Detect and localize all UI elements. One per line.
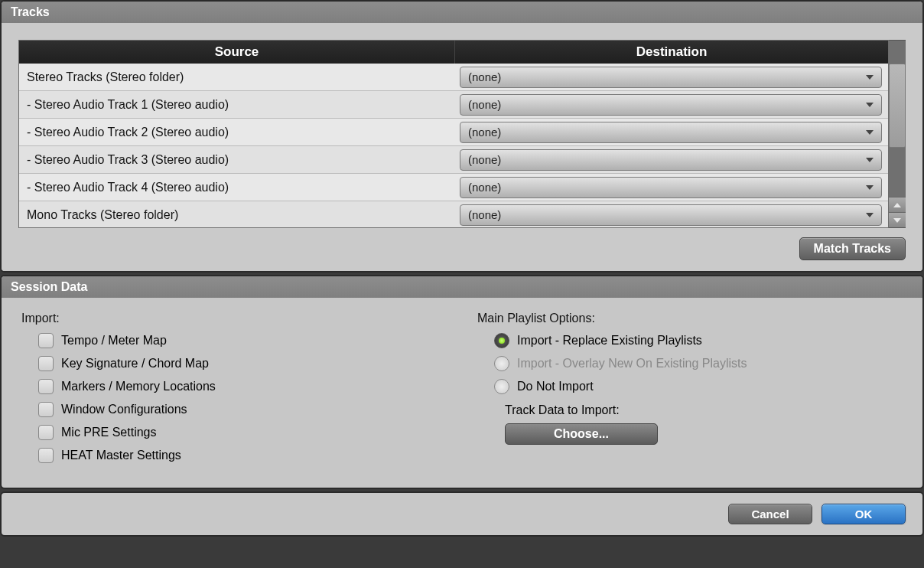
match-tracks-button[interactable]: Match Tracks — [799, 237, 906, 260]
track-source-label: Stereo Tracks (Stereo folder) — [19, 70, 455, 84]
chevron-down-icon — [866, 213, 874, 217]
table-row[interactable]: - Stereo Audio Track 1 (Stereo audio) (n… — [19, 91, 888, 119]
destination-value: (none) — [468, 153, 501, 166]
track-source-label: Mono Tracks (Stereo folder) — [19, 208, 455, 222]
track-destination-cell: (none) — [455, 122, 888, 143]
radio-button[interactable] — [494, 379, 509, 394]
destination-dropdown[interactable]: (none) — [460, 122, 882, 143]
destination-dropdown[interactable]: (none) — [460, 204, 882, 226]
playlist-option-replace[interactable]: Import - Replace Existing Playlists — [494, 333, 903, 348]
radio-label: Import - Overlay New On Existing Playlis… — [517, 357, 747, 371]
checkbox[interactable] — [38, 402, 54, 417]
track-source-label: - Stereo Audio Track 3 (Stereo audio) — [19, 153, 455, 167]
import-option-heat[interactable]: HEAT Master Settings — [38, 448, 447, 463]
checkbox[interactable] — [38, 379, 54, 394]
tracks-scroll-area: Source Destination Stereo Tracks (Stereo… — [18, 40, 889, 228]
playlist-label: Main Playlist Options: — [477, 312, 903, 325]
choose-button[interactable]: Choose... — [505, 423, 658, 445]
track-data-label: Track Data to Import: — [505, 403, 903, 417]
radio-label: Import - Replace Existing Playlists — [517, 334, 702, 348]
chevron-down-icon — [866, 75, 874, 80]
checkbox-label: Mic PRE Settings — [61, 426, 156, 439]
tracks-table: Source Destination Stereo Tracks (Stereo… — [18, 40, 906, 228]
checkbox-label: Markers / Memory Locations — [61, 380, 216, 393]
import-column: Import: Tempo / Meter Map Key Signature … — [21, 312, 447, 471]
scroll-down-button[interactable] — [889, 212, 906, 227]
destination-value: (none) — [468, 181, 501, 194]
import-label: Import: — [21, 312, 447, 325]
radio-label: Do Not Import — [517, 380, 594, 393]
checkbox-label: HEAT Master Settings — [61, 449, 181, 462]
ok-button[interactable]: OK — [822, 504, 906, 524]
chevron-down-icon — [866, 103, 874, 107]
track-source-label: - Stereo Audio Track 4 (Stereo audio) — [19, 181, 455, 194]
chevron-up-icon — [893, 203, 901, 207]
playlist-option-donotimport[interactable]: Do Not Import — [494, 379, 903, 394]
tracks-rows: Stereo Tracks (Stereo folder) (none) - S… — [19, 64, 888, 228]
track-source-label: - Stereo Audio Track 1 (Stereo audio) — [19, 98, 455, 112]
checkbox-label: Key Signature / Chord Map — [61, 357, 209, 371]
choose-row: Choose... — [505, 423, 903, 445]
playlist-radio-group: Import - Replace Existing Playlists Impo… — [477, 333, 903, 394]
scrollbar-track[interactable] — [889, 148, 906, 197]
chevron-down-icon — [893, 218, 901, 223]
chevron-down-icon — [866, 130, 874, 135]
footer-bar: Cancel OK — [0, 491, 924, 537]
table-row[interactable]: - Stereo Audio Track 3 (Stereo audio) (n… — [19, 146, 888, 174]
table-row[interactable]: - Stereo Audio Track 2 (Stereo audio) (n… — [19, 119, 888, 146]
destination-dropdown[interactable]: (none) — [460, 177, 882, 198]
track-destination-cell: (none) — [455, 204, 888, 226]
checkbox[interactable] — [38, 425, 54, 440]
destination-value: (none) — [468, 208, 501, 221]
import-checklist: Tempo / Meter Map Key Signature / Chord … — [21, 333, 447, 463]
table-row[interactable]: Stereo Tracks (Stereo folder) (none) — [19, 64, 888, 91]
track-destination-cell: (none) — [455, 149, 888, 171]
tracks-panel-title: Tracks — [2, 2, 922, 23]
tracks-table-header: Source Destination — [19, 41, 888, 64]
radio-button[interactable] — [494, 333, 509, 348]
column-header-source: Source — [19, 41, 455, 64]
checkbox[interactable] — [38, 448, 54, 463]
track-destination-cell: (none) — [455, 67, 888, 88]
destination-value: (none) — [468, 126, 501, 139]
import-option-key[interactable]: Key Signature / Chord Map — [38, 356, 447, 371]
checkbox-label: Tempo / Meter Map — [61, 334, 167, 348]
checkbox[interactable] — [38, 356, 54, 371]
playlist-option-overlay: Import - Overlay New On Existing Playlis… — [494, 356, 903, 371]
chevron-down-icon — [866, 185, 874, 190]
checkbox-label: Window Configurations — [61, 403, 187, 416]
session-body: Import: Tempo / Meter Map Key Signature … — [2, 298, 922, 488]
import-option-markers[interactable]: Markers / Memory Locations — [38, 379, 447, 394]
tracks-scrollbar[interactable] — [889, 40, 906, 228]
checkbox[interactable] — [38, 333, 54, 348]
session-data-panel: Session Data Import: Tempo / Meter Map K… — [0, 275, 924, 489]
import-option-micpre[interactable]: Mic PRE Settings — [38, 425, 447, 440]
chevron-down-icon — [866, 158, 874, 162]
column-header-destination: Destination — [455, 41, 888, 64]
match-row: Match Tracks — [18, 228, 906, 260]
destination-dropdown[interactable]: (none) — [460, 149, 882, 171]
session-data-title: Session Data — [2, 276, 922, 298]
radio-button — [494, 356, 509, 371]
destination-value: (none) — [468, 98, 501, 111]
scrollbar-thumb[interactable] — [889, 64, 906, 148]
destination-value: (none) — [468, 70, 501, 83]
playlist-column: Main Playlist Options: Import - Replace … — [477, 312, 903, 471]
tracks-panel: Tracks Source Destination Stereo Tracks … — [0, 0, 924, 273]
import-option-window[interactable]: Window Configurations — [38, 402, 447, 417]
destination-dropdown[interactable]: (none) — [460, 94, 882, 116]
track-destination-cell: (none) — [455, 94, 888, 116]
import-option-tempo[interactable]: Tempo / Meter Map — [38, 333, 447, 348]
scroll-up-button[interactable] — [889, 197, 906, 212]
track-source-label: - Stereo Audio Track 2 (Stereo audio) — [19, 126, 455, 139]
cancel-button[interactable]: Cancel — [728, 504, 812, 524]
table-row[interactable]: Mono Tracks (Stereo folder) (none) — [19, 201, 888, 228]
destination-dropdown[interactable]: (none) — [460, 67, 882, 88]
tracks-body: Source Destination Stereo Tracks (Stereo… — [2, 23, 922, 271]
track-destination-cell: (none) — [455, 177, 888, 198]
table-row[interactable]: - Stereo Audio Track 4 (Stereo audio) (n… — [19, 174, 888, 201]
